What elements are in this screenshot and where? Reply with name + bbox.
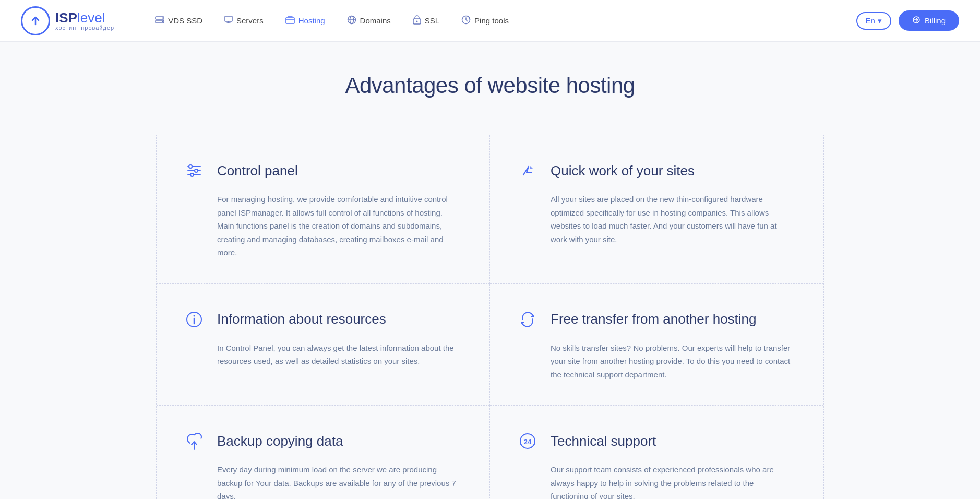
vds-icon — [155, 16, 164, 26]
chevron-down-icon: ▾ — [878, 16, 882, 26]
svg-point-3 — [162, 21, 163, 22]
free-transfer-title: Free transfer from another hosting — [551, 311, 757, 327]
svg-marker-17 — [530, 165, 533, 169]
quick-work-title: Quick work of your sites — [551, 163, 695, 179]
svg-point-16 — [190, 173, 194, 176]
nav-hosting[interactable]: Hosting — [276, 11, 334, 30]
nav-ping-label: Ping tools — [474, 16, 509, 25]
svg-rect-4 — [225, 16, 232, 21]
control-panel-title: Control panel — [217, 163, 298, 179]
backup-desc: Every day during minimum load on the ser… — [183, 463, 458, 499]
hosting-icon — [285, 16, 295, 26]
feature-backup: Backup copying data Every day during min… — [157, 406, 490, 499]
ping-icon — [461, 15, 471, 27]
svg-point-2 — [162, 17, 163, 18]
site-header: ISPlevel хостинг провайдер VDS SSD Serve… — [0, 0, 980, 42]
tech-support-icon: 24 — [516, 430, 539, 453]
svg-point-20 — [194, 315, 195, 316]
tech-support-desc: Our support team consists of experienced… — [516, 463, 792, 499]
feature-free-transfer: Free transfer from another hosting No sk… — [490, 284, 823, 406]
ssl-icon — [413, 15, 421, 27]
svg-point-15 — [195, 169, 198, 172]
logo-brand: ISPlevel — [55, 11, 114, 25]
logo-subtitle: хостинг провайдер — [55, 25, 114, 31]
free-transfer-desc: No skills transfer sites? No problems. O… — [516, 341, 792, 382]
logo[interactable]: ISPlevel хостинг провайдер — [21, 6, 114, 35]
svg-point-9 — [416, 20, 417, 22]
backup-icon — [183, 430, 206, 453]
info-resources-desc: In Control Panel, you can always get the… — [183, 341, 458, 368]
logo-icon — [21, 6, 50, 35]
servers-icon — [224, 16, 233, 26]
billing-label: Billing — [925, 16, 946, 25]
tech-support-title: Technical support — [551, 433, 656, 449]
svg-rect-5 — [286, 18, 294, 23]
nav-vds-label: VDS SSD — [168, 16, 202, 25]
quick-work-icon — [516, 159, 539, 182]
billing-icon — [912, 16, 921, 26]
quick-work-desc: All your sites are placed on the new thi… — [516, 193, 792, 246]
feature-tech-support: 24 Technical support Our support team co… — [490, 406, 823, 499]
nav-domains-label: Domains — [360, 16, 391, 25]
nav-hosting-label: Hosting — [298, 16, 325, 25]
header-actions: En ▾ Billing — [856, 10, 959, 31]
free-transfer-icon — [516, 308, 539, 331]
domains-icon — [347, 15, 356, 27]
nav-ping-tools[interactable]: Ping tools — [452, 11, 518, 31]
billing-button[interactable]: Billing — [899, 10, 959, 31]
svg-text:24: 24 — [524, 438, 532, 446]
lang-label: En — [866, 16, 875, 25]
feature-quick-work: Quick work of your sites All your sites … — [490, 135, 823, 284]
nav-domains[interactable]: Domains — [338, 11, 400, 31]
language-selector[interactable]: En ▾ — [856, 12, 891, 30]
main-nav: VDS SSD Servers Hosting Domains SSL — [146, 11, 856, 31]
feature-info-resources: Information about resources In Control P… — [157, 284, 490, 406]
nav-ssl-label: SSL — [425, 16, 439, 25]
svg-point-14 — [189, 165, 192, 168]
control-panel-desc: For managing hosting, we provide comfort… — [183, 193, 458, 259]
page-title: Advantages of website hosting — [156, 73, 824, 98]
nav-servers[interactable]: Servers — [215, 11, 273, 30]
nav-servers-label: Servers — [236, 16, 264, 25]
backup-title: Backup copying data — [217, 433, 343, 449]
info-resources-title: Information about resources — [217, 311, 386, 327]
nav-vds-ssd[interactable]: VDS SSD — [146, 12, 212, 30]
control-panel-icon — [183, 159, 206, 182]
info-resources-icon — [183, 308, 206, 331]
nav-ssl[interactable]: SSL — [403, 11, 449, 31]
feature-control-panel: Control panel For managing hosting, we p… — [157, 135, 490, 284]
main-content: Advantages of website hosting Control pa… — [125, 42, 855, 499]
features-grid: Control panel For managing hosting, we p… — [156, 135, 824, 499]
